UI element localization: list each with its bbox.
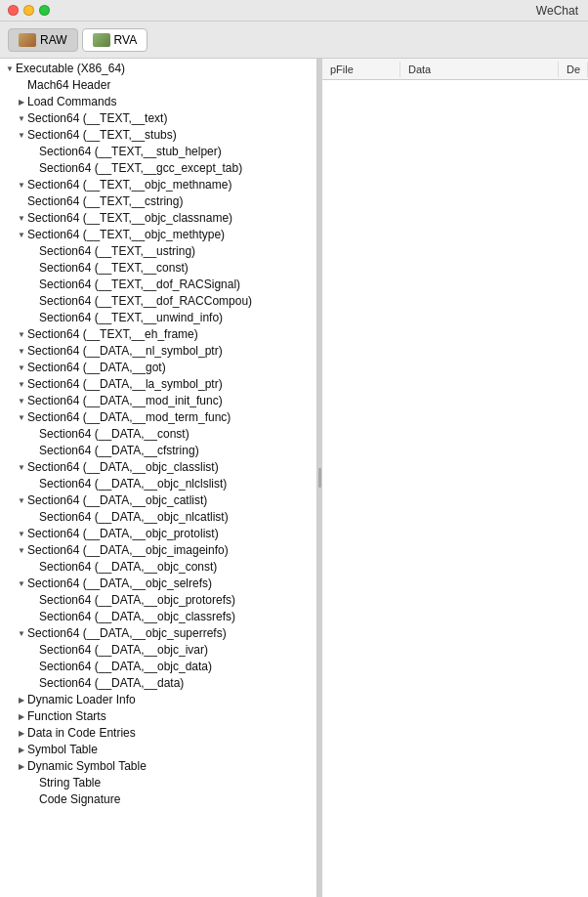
tree-item-section64-data-objc-protolist[interactable]: Section64 (__DATA,__objc_protolist)	[0, 526, 316, 542]
tree-item-load-commands[interactable]: Load Commands	[0, 94, 316, 110]
tree-label-symbol-table: Symbol Table	[27, 742, 98, 758]
tree-item-section64-text-unwind-info[interactable]: Section64 (__TEXT,__unwind_info)	[0, 310, 316, 326]
tree-label-section64-data-objc-classrefs: Section64 (__DATA,__objc_classrefs)	[39, 609, 235, 625]
traffic-lights	[8, 5, 50, 16]
tree-item-dynamic-symbol-table[interactable]: Dynamic Symbol Table	[0, 758, 316, 775]
tree-label-section64-data-objc-nlclslist: Section64 (__DATA,__objc_nlclslist)	[39, 476, 227, 492]
tree-panel[interactable]: Executable (X86_64)Mach64 HeaderLoad Com…	[0, 59, 317, 897]
tree-label-section64-data-objc-catlist: Section64 (__DATA,__objc_catlist)	[27, 492, 207, 509]
tree-item-section64-data-cfstring[interactable]: Section64 (__DATA,__cfstring)	[0, 443, 316, 459]
tree-item-section64-data-objc-superrefs[interactable]: Section64 (__DATA,__objc_superrefs)	[0, 625, 316, 642]
tree-label-dynamic-loader-info: Dynamic Loader Info	[27, 692, 136, 708]
tree-label-section64-text-objc-methtype: Section64 (__TEXT,__objc_methtype)	[27, 227, 225, 243]
tree-item-section64-text-stubs[interactable]: Section64 (__TEXT,__stubs)	[0, 127, 316, 144]
tree-triangle-dynamic-symbol-table	[16, 761, 27, 773]
tree-label-load-commands: Load Commands	[27, 94, 116, 110]
maximize-button[interactable]	[39, 5, 50, 16]
tree-label-section64-text-cstring: Section64 (__TEXT,__cstring)	[27, 193, 183, 210]
tree-label-section64-data-objc-data: Section64 (__DATA,__objc_data)	[39, 659, 212, 675]
tree-item-section64-text-objc-classname[interactable]: Section64 (__TEXT,__objc_classname)	[0, 210, 316, 227]
tree-label-section64-data-cfstring: Section64 (__DATA,__cfstring)	[39, 443, 199, 459]
tree-item-code-signature[interactable]: Code Signature	[0, 791, 316, 808]
tree-label-section64-data-data: Section64 (__DATA,__data)	[39, 675, 184, 692]
tree-triangle-section64-data-got	[16, 363, 27, 374]
tree-item-section64-text-const[interactable]: Section64 (__TEXT,__const)	[0, 260, 316, 277]
tree-item-section64-text-stub-helper[interactable]: Section64 (__TEXT,__stub_helper)	[0, 144, 316, 160]
tree-item-section64-data-objc-nlcatlist[interactable]: Section64 (__DATA,__objc_nlcatlist)	[0, 509, 316, 526]
tree-item-section64-data-objc-classlist[interactable]: Section64 (__DATA,__objc_classlist)	[0, 459, 316, 476]
tree-label-function-starts: Function Starts	[27, 708, 106, 725]
tree-item-section64-text-gcc-except-tab[interactable]: Section64 (__TEXT,__gcc_except_tab)	[0, 160, 316, 177]
tree-item-section64-data-objc-nlclslist[interactable]: Section64 (__DATA,__objc_nlclslist)	[0, 476, 316, 492]
tree-item-section64-data-nl-symbol-ptr[interactable]: Section64 (__DATA,__nl_symbol_ptr)	[0, 343, 316, 360]
tree-item-section64-text-objc-methname[interactable]: Section64 (__TEXT,__objc_methname)	[0, 177, 316, 193]
tree-item-section64-data-objc-catlist[interactable]: Section64 (__DATA,__objc_catlist)	[0, 492, 316, 509]
tree-item-symbol-table[interactable]: Symbol Table	[0, 742, 316, 758]
tree-item-executable[interactable]: Executable (X86_64)	[0, 61, 316, 77]
tree-item-section64-data-mod-init-func[interactable]: Section64 (__DATA,__mod_init_func)	[0, 393, 316, 409]
tree-triangle-section64-data-objc-superrefs	[16, 628, 27, 640]
tree-item-section64-text-eh-frame[interactable]: Section64 (__TEXT,__eh_frame)	[0, 326, 316, 343]
tree-item-section64-data-objc-protorefs[interactable]: Section64 (__DATA,__objc_protorefs)	[0, 592, 316, 609]
app-title: WeChat	[536, 4, 578, 18]
tree-label-section64-data-const: Section64 (__DATA,__const)	[39, 426, 189, 443]
minimize-button[interactable]	[23, 5, 34, 16]
divider-handle	[318, 468, 321, 488]
tree-triangle-function-starts	[16, 711, 27, 723]
main-content: Executable (X86_64)Mach64 HeaderLoad Com…	[0, 59, 588, 897]
tree-label-section64-text-objc-classname: Section64 (__TEXT,__objc_classname)	[27, 210, 232, 227]
tree-label-section64-data-objc-selrefs: Section64 (__DATA,__objc_selrefs)	[27, 576, 212, 592]
tree-label-dynamic-symbol-table: Dynamic Symbol Table	[27, 758, 147, 775]
tree-item-section64-data-objc-classrefs[interactable]: Section64 (__DATA,__objc_classrefs)	[0, 609, 316, 625]
tree-item-section64-data-got[interactable]: Section64 (__DATA,__got)	[0, 360, 316, 376]
tree-item-function-starts[interactable]: Function Starts	[0, 708, 316, 725]
tree-triangle-section64-data-objc-classlist	[16, 462, 27, 474]
tree-item-section64-text-cstring[interactable]: Section64 (__TEXT,__cstring)	[0, 193, 316, 210]
tree-item-string-table[interactable]: String Table	[0, 775, 316, 791]
tree-label-section64-text-objc-methname: Section64 (__TEXT,__objc_methname)	[27, 177, 231, 193]
tree-triangle-section64-data-mod-init-func	[16, 396, 27, 407]
tree-item-section64-data-const[interactable]: Section64 (__DATA,__const)	[0, 426, 316, 443]
tree-item-dynamic-loader-info[interactable]: Dynamic Loader Info	[0, 692, 316, 708]
tree-item-section64-text-objc-methtype[interactable]: Section64 (__TEXT,__objc_methtype)	[0, 227, 316, 243]
tree-label-section64-text-dof-racsignal: Section64 (__TEXT,__dof_RACSignal)	[39, 277, 240, 293]
tree-label-section64-data-mod-term-func: Section64 (__DATA,__mod_term_func)	[27, 409, 231, 426]
toolbar: RAW RVA	[0, 21, 588, 59]
tree-triangle-executable	[4, 64, 16, 75]
tree-item-section64-data-objc-const[interactable]: Section64 (__DATA,__objc_const)	[0, 559, 316, 576]
tree-item-section64-text-text[interactable]: Section64 (__TEXT,__text)	[0, 110, 316, 127]
tree-triangle-section64-text-text	[16, 113, 27, 125]
tree-item-section64-text-dof-raccompou[interactable]: Section64 (__TEXT,__dof_RACCompou)	[0, 293, 316, 310]
tree-triangle-section64-data-objc-catlist	[16, 495, 27, 507]
tree-label-section64-text-text: Section64 (__TEXT,__text)	[27, 110, 167, 127]
tree-triangle-section64-data-objc-protolist	[16, 529, 27, 540]
tree-label-section64-data-mod-init-func: Section64 (__DATA,__mod_init_func)	[27, 393, 223, 409]
tree-item-section64-data-objc-selrefs[interactable]: Section64 (__DATA,__objc_selrefs)	[0, 576, 316, 592]
tree-item-section64-data-mod-term-func[interactable]: Section64 (__DATA,__mod_term_func)	[0, 409, 316, 426]
tree-triangle-section64-data-objc-selrefs	[16, 578, 27, 590]
raw-tab[interactable]: RAW	[8, 28, 78, 52]
tree-item-section64-data-data[interactable]: Section64 (__DATA,__data)	[0, 675, 316, 692]
tree-label-section64-text-stubs: Section64 (__TEXT,__stubs)	[27, 127, 177, 144]
tree-label-section64-data-objc-classlist: Section64 (__DATA,__objc_classlist)	[27, 459, 219, 476]
tree-label-executable: Executable (X86_64)	[16, 61, 125, 77]
data-column-header: Data	[400, 62, 559, 77]
tree-item-section64-text-dof-racsignal[interactable]: Section64 (__TEXT,__dof_RACSignal)	[0, 277, 316, 293]
tree-triangle-section64-data-objc-imageinfo	[16, 545, 27, 557]
tree-item-section64-data-la-symbol-ptr[interactable]: Section64 (__DATA,__la_symbol_ptr)	[0, 376, 316, 393]
tree-item-mach64-header[interactable]: Mach64 Header	[0, 77, 316, 94]
tree-item-section64-text-ustring[interactable]: Section64 (__TEXT,__ustring)	[0, 243, 316, 260]
tree-item-data-in-code-entries[interactable]: Data in Code Entries	[0, 725, 316, 742]
tree-triangle-data-in-code-entries	[16, 728, 27, 740]
tree-item-section64-data-objc-data[interactable]: Section64 (__DATA,__objc_data)	[0, 659, 316, 675]
tree-triangle-dynamic-loader-info	[16, 695, 27, 706]
tree-label-section64-text-const: Section64 (__TEXT,__const)	[39, 260, 189, 277]
table-panel: pFile Data De	[322, 59, 588, 897]
close-button[interactable]	[8, 5, 19, 16]
tree-triangle-section64-text-eh-frame	[16, 329, 27, 341]
tree-item-section64-data-objc-imageinfo[interactable]: Section64 (__DATA,__objc_imageinfo)	[0, 542, 316, 559]
table-header: pFile Data De	[322, 59, 588, 80]
rva-icon	[93, 33, 110, 47]
rva-tab[interactable]: RVA	[82, 28, 148, 52]
tree-item-section64-data-objc-ivar[interactable]: Section64 (__DATA,__objc_ivar)	[0, 642, 316, 659]
